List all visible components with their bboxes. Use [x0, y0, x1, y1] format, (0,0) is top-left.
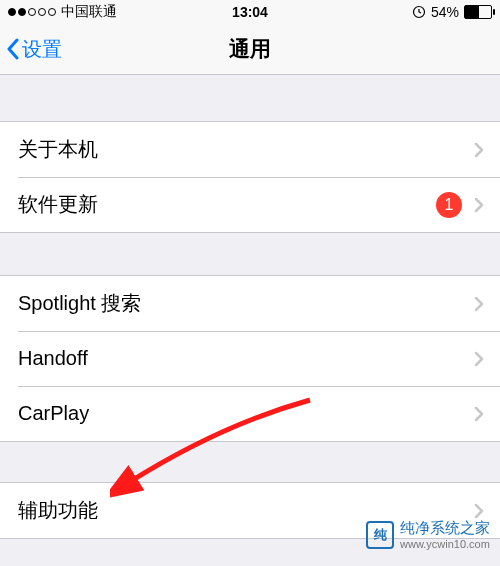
status-time: 13:04 — [232, 4, 268, 20]
cell-label: 软件更新 — [18, 191, 436, 218]
cell-label: Spotlight 搜索 — [18, 290, 474, 317]
battery-icon — [464, 5, 492, 19]
chevron-right-icon — [474, 406, 484, 422]
cell-spotlight[interactable]: Spotlight 搜索 — [0, 276, 500, 331]
settings-group-1: 关于本机 软件更新 1 — [0, 121, 500, 233]
rotation-lock-icon — [412, 5, 426, 19]
status-left: 中国联通 — [8, 3, 117, 21]
carrier-label: 中国联通 — [61, 3, 117, 21]
cell-label: Handoff — [18, 347, 474, 370]
nav-bar: 设置 通用 — [0, 24, 500, 75]
watermark-url: www.ycwin10.com — [400, 538, 490, 550]
update-badge: 1 — [436, 192, 462, 218]
signal-strength-icon — [8, 8, 56, 16]
status-right: 54% — [412, 4, 492, 20]
chevron-right-icon — [474, 197, 484, 213]
status-bar: 中国联通 13:04 54% — [0, 0, 500, 24]
watermark: 纯 纯净系统之家 www.ycwin10.com — [366, 519, 490, 550]
chevron-right-icon — [474, 296, 484, 312]
watermark-logo: 纯 — [366, 521, 394, 549]
cell-label: CarPlay — [18, 402, 474, 425]
cell-about[interactable]: 关于本机 — [0, 122, 500, 177]
back-button[interactable]: 设置 — [0, 36, 62, 63]
watermark-name: 纯净系统之家 — [400, 519, 490, 536]
back-label: 设置 — [22, 36, 62, 63]
cell-software-update[interactable]: 软件更新 1 — [0, 177, 500, 232]
page-title: 通用 — [229, 35, 271, 63]
chevron-right-icon — [474, 503, 484, 519]
cell-label: 关于本机 — [18, 136, 474, 163]
chevron-right-icon — [474, 142, 484, 158]
settings-group-2: Spotlight 搜索 Handoff CarPlay — [0, 275, 500, 442]
chevron-right-icon — [474, 351, 484, 367]
battery-percent: 54% — [431, 4, 459, 20]
chevron-left-icon — [6, 38, 20, 60]
cell-carplay[interactable]: CarPlay — [0, 386, 500, 441]
cell-handoff[interactable]: Handoff — [0, 331, 500, 386]
